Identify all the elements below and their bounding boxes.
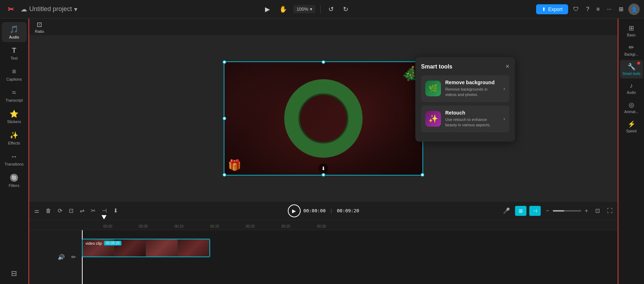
time-display: 00:00:00 | 00:09:20 bbox=[303, 208, 359, 213]
retouch-card[interactable]: ✨ Retouch Use retouch to enhance beauty … bbox=[421, 106, 509, 132]
ratio-icon: ⊡ bbox=[37, 21, 42, 29]
sidebar-item-effects[interactable]: ✨ Effects bbox=[2, 128, 27, 148]
playhead-triangle bbox=[102, 215, 107, 219]
hand-tool-btn[interactable]: ✋ bbox=[276, 4, 290, 15]
sidebar-item-captions[interactable]: ≡ Captions bbox=[2, 65, 27, 84]
rs-label-speed: Speed bbox=[626, 129, 637, 133]
sidebar-item-transcript[interactable]: ≈ Transcript bbox=[2, 86, 27, 105]
video-clip[interactable]: video clip 00:09:20 bbox=[82, 239, 210, 257]
sidebar-label-audio: Audio bbox=[9, 35, 19, 39]
layers-btn[interactable]: ≡ bbox=[594, 5, 602, 14]
zoom-value: 100% bbox=[296, 6, 308, 12]
remove-bg-icon: 🌿 bbox=[425, 81, 441, 96]
ruler-mark-1: 00:05 bbox=[139, 224, 175, 228]
snap-btn[interactable]: ⊞ bbox=[515, 206, 526, 216]
rs-item-background[interactable]: ✏ Backgr... bbox=[620, 41, 643, 59]
sidebar-label-transcript: Transcript bbox=[5, 98, 23, 102]
popup-close-btn[interactable]: × bbox=[505, 63, 509, 70]
retouch-desc: Use retouch to enhance beauty in various… bbox=[445, 117, 499, 128]
rs-label-audio: Audio bbox=[627, 91, 636, 95]
playback-tools: ⚌ 🗑 ⟳ ⊡ ⇌ ✂ ⊣ ⬇ bbox=[32, 206, 120, 215]
cut-btn[interactable]: ✂ bbox=[89, 206, 98, 215]
remove-bg-arrow: › bbox=[503, 86, 505, 91]
sidebar-item-filters[interactable]: 🔘 Filters bbox=[2, 171, 27, 191]
topbar: ✂ ☁ Untitled project ▾ ▶ ✋ 100% ▾ ↺ ↻ ⬆ … bbox=[0, 0, 644, 19]
retouch-arrow: › bbox=[503, 116, 505, 122]
help-btn[interactable]: ? bbox=[584, 5, 591, 14]
audio-icon: 🎵 bbox=[10, 25, 19, 34]
remove-background-card[interactable]: 🌿 Remove background Remove backgrounds i… bbox=[421, 75, 509, 102]
zoom-slider[interactable] bbox=[553, 210, 581, 212]
sidebar-item-subtitles[interactable]: ⊟ bbox=[2, 266, 27, 280]
zoom-in-btn[interactable]: + bbox=[583, 206, 590, 215]
loop-btn[interactable]: ⟳ bbox=[56, 206, 64, 215]
timeline-track-labels: 🔊 ✏ bbox=[28, 230, 82, 284]
track-volume-btn[interactable]: 🔊 bbox=[56, 252, 67, 262]
zoom-control[interactable]: 100% ▾ bbox=[294, 5, 315, 13]
sidebar-item-text[interactable]: T Text bbox=[2, 44, 27, 63]
sidebar-item-audio[interactable]: 🎵 Audio bbox=[2, 22, 27, 42]
fullscreen-btn[interactable]: ⛶ bbox=[605, 206, 615, 215]
rs-item-animate[interactable]: ◎ Animat... bbox=[620, 98, 643, 117]
delete-btn[interactable]: 🗑 bbox=[43, 206, 53, 215]
handle-bottom-mid[interactable] bbox=[322, 173, 325, 177]
play-icon: ▶ bbox=[292, 208, 296, 214]
remove-bg-desc: Remove backgrounds in videos and photos. bbox=[445, 87, 499, 98]
ratio-btn[interactable]: ⊡ Ratio bbox=[32, 19, 47, 35]
mic-btn[interactable]: 🎤 bbox=[501, 206, 512, 215]
rs-item-speed[interactable]: ⚡ Speed bbox=[620, 117, 643, 136]
stickers-icon: ⭐ bbox=[10, 110, 19, 118]
fit-screen-btn[interactable]: ⊡ bbox=[593, 206, 602, 215]
rs-label-animate: Animat... bbox=[624, 110, 638, 114]
transcript-icon: ≈ bbox=[12, 88, 16, 97]
sidebar-item-transitions[interactable]: ↔ Transitions bbox=[2, 149, 27, 169]
undo-btn[interactable]: ↺ bbox=[326, 4, 337, 15]
handle-top-mid[interactable] bbox=[322, 60, 325, 64]
handle-bottom-left[interactable] bbox=[223, 173, 226, 177]
project-title: Untitled project bbox=[29, 5, 72, 13]
cloud-icon: ☁ bbox=[21, 5, 27, 13]
timeline-content: 🔊 ✏ video clip 00:09:20 bbox=[28, 230, 618, 284]
avatar[interactable]: 👤 bbox=[628, 4, 640, 15]
ruler-mark-6: 00:30 bbox=[317, 224, 353, 228]
video-frame[interactable]: 🎄 🎁 ⬇ bbox=[224, 61, 423, 176]
sidebar-label-stickers: Stickers bbox=[7, 120, 21, 124]
play-mode-btn[interactable]: ▶ bbox=[262, 4, 273, 15]
zoom-out-btn[interactable]: − bbox=[544, 206, 551, 215]
play-pause-btn[interactable]: ▶ bbox=[288, 204, 301, 217]
time-total: 00:09:20 bbox=[337, 208, 359, 213]
crop-btn[interactable]: ⊡ bbox=[67, 206, 76, 215]
decor-gift: 🎁 bbox=[228, 159, 241, 171]
filters-icon: 🔘 bbox=[10, 173, 19, 182]
sidebar-label-filters: Filters bbox=[9, 183, 20, 188]
main-layout: 🎵 Audio T Text ≡ Captions ≈ Transcript ⭐… bbox=[0, 19, 644, 284]
export-btn[interactable]: ⬆ Export bbox=[536, 4, 568, 14]
shield-btn[interactable]: 🛡 bbox=[571, 5, 581, 14]
smart-tools-dot bbox=[637, 62, 640, 65]
topbar-right: ⬆ Export 🛡 ? ≡ ··· ⊞ 👤 bbox=[536, 4, 640, 15]
zoom-slider-fill bbox=[553, 210, 564, 212]
layout-btn[interactable]: ⊞ bbox=[617, 4, 625, 14]
video-track: video clip 00:09:20 bbox=[82, 237, 210, 259]
sidebar-label-transitions: Transitions bbox=[5, 162, 24, 166]
split-btn[interactable]: ⚌ bbox=[32, 206, 41, 215]
download-btn[interactable]: ⬇ bbox=[111, 206, 120, 215]
ruler-mark-2: 00:10 bbox=[175, 224, 210, 228]
handle-top-left[interactable] bbox=[223, 60, 226, 64]
clip-thumb-3 bbox=[146, 239, 178, 257]
flip-btn[interactable]: ⇌ bbox=[78, 206, 87, 215]
rs-label-background: Backgr... bbox=[624, 52, 638, 56]
trim-btn[interactable]: ⊣ bbox=[100, 206, 109, 215]
handle-bottom-right[interactable] bbox=[421, 173, 424, 177]
rs-item-basic[interactable]: ⊞ Basic bbox=[620, 21, 643, 40]
track-edit-btn[interactable]: ✏ bbox=[69, 252, 78, 262]
more-btn[interactable]: ··· bbox=[605, 5, 614, 14]
rs-item-audio[interactable]: ♪ Audio bbox=[620, 79, 643, 97]
rs-item-smart-tools[interactable]: 🔧 Smart tools bbox=[620, 60, 643, 78]
handle-mid-left[interactable] bbox=[223, 117, 226, 120]
sidebar-item-stickers[interactable]: ⭐ Stickers bbox=[2, 107, 27, 127]
split-track-btn[interactable]: ⊣ bbox=[529, 206, 541, 216]
video-canvas: 🎄 🎁 ⬇ ➤ Smart tools × bbox=[28, 36, 618, 201]
redo-btn[interactable]: ↻ bbox=[340, 4, 351, 15]
project-name-btn[interactable]: ☁ Untitled project ▾ bbox=[21, 5, 77, 13]
